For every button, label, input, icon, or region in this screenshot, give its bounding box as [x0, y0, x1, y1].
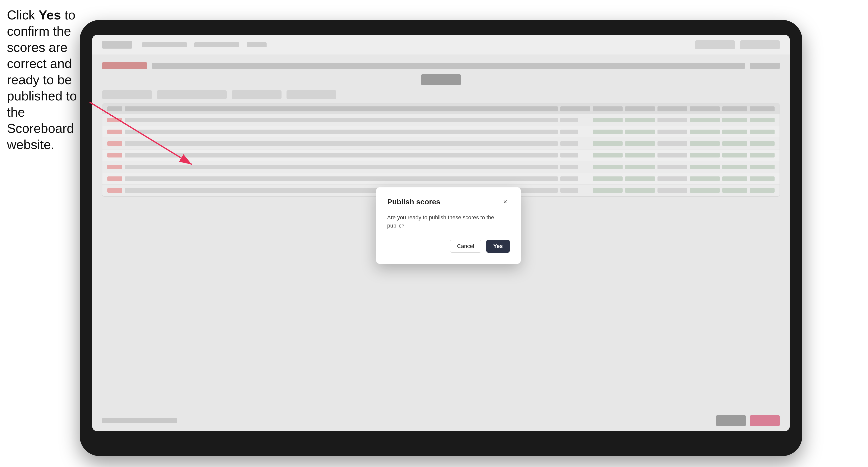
modal-overlay: Publish scores × Are you ready to publis…	[92, 35, 790, 431]
instruction-text: Click Yes to confirm the scores are corr…	[7, 7, 79, 153]
tablet-device: Publish scores × Are you ready to publis…	[80, 20, 802, 456]
modal-body-text: Are you ready to publish these scores to…	[387, 213, 510, 230]
publish-scores-dialog: Publish scores × Are you ready to publis…	[376, 187, 521, 263]
tablet-screen: Publish scores × Are you ready to publis…	[92, 35, 790, 431]
modal-header: Publish scores ×	[387, 197, 510, 206]
modal-title: Publish scores	[387, 197, 440, 206]
close-icon[interactable]: ×	[501, 197, 510, 206]
yes-button[interactable]: Yes	[486, 240, 510, 253]
cancel-button[interactable]: Cancel	[450, 240, 481, 253]
modal-footer: Cancel Yes	[387, 240, 510, 253]
